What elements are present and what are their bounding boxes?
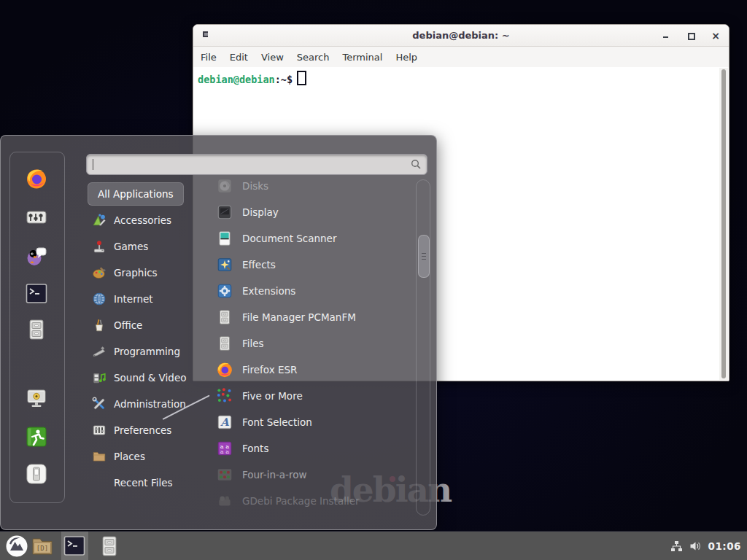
menu-item-label: GDebi Package Installer <box>242 495 360 507</box>
graphics-icon <box>92 265 107 280</box>
file-manager-sidebar-icon[interactable] <box>25 318 48 341</box>
menu-item-four-in-a-row[interactable]: Four-in-a-row <box>192 462 412 488</box>
scrollbar-grip-icon <box>422 253 426 260</box>
system-tray: 01:06 <box>670 532 741 560</box>
svg-text:a a: a a <box>220 448 229 455</box>
fonts-icon: a aa a <box>216 440 233 457</box>
applications-menu-button[interactable] <box>5 534 28 558</box>
taskbar: [D] <box>0 531 747 560</box>
category-label: Recent Files <box>114 477 173 489</box>
terminal-scrollbar-thumb[interactable] <box>721 69 726 378</box>
category-label: Accessories <box>114 214 171 226</box>
document-scanner-icon <box>216 230 233 247</box>
menu-item-fonts[interactable]: a aa a Fonts <box>192 435 412 462</box>
terminal-titlebar[interactable]: debian@debian: ~ × <box>193 25 729 47</box>
svg-text:A: A <box>220 416 229 428</box>
category-label: Graphics <box>114 267 158 279</box>
menu-help[interactable]: Help <box>389 52 424 63</box>
menu-view[interactable]: View <box>255 52 290 63</box>
programming-icon <box>92 344 107 359</box>
menu-edit[interactable]: Edit <box>223 52 255 63</box>
sound-video-icon <box>92 370 107 385</box>
prompt-symbol: :~$ <box>275 74 293 85</box>
menu-item-gdebi-package-installer[interactable]: GDebi Package Installer <box>192 488 412 514</box>
display-icon <box>216 203 233 221</box>
file-cabinet-icon <box>216 335 233 352</box>
menu-search[interactable]: Search <box>290 52 336 63</box>
menu-scrollbar-thumb[interactable] <box>418 235 430 278</box>
screen: debian debian@debian: ~ × File Edit View… <box>0 0 747 560</box>
menu-item-display[interactable]: Display <box>192 199 412 225</box>
menu-item-font-selection[interactable]: A Font Selection <box>192 409 412 435</box>
menu-item-firefox-esr[interactable]: Firefox ESR <box>192 357 412 383</box>
terminal-launcher-icon[interactable] <box>25 282 48 306</box>
category-label: Games <box>114 241 148 252</box>
four-in-a-row-icon <box>216 466 233 483</box>
menu-item-label: Display <box>242 206 279 218</box>
selected-category-pill: All Applications <box>88 182 184 206</box>
application-list: Disks Display Document Scanner Effects E… <box>192 173 412 514</box>
svg-text:[D]: [D] <box>36 545 48 552</box>
gdebi-icon <box>216 492 233 510</box>
menu-scrollbar[interactable] <box>416 179 430 516</box>
close-button[interactable]: × <box>711 31 720 40</box>
volume-icon[interactable] <box>689 540 702 552</box>
menu-item-label: Font Selection <box>242 416 312 428</box>
terminal-cursor <box>297 71 306 85</box>
category-label: Internet <box>114 293 153 305</box>
settings-sliders-icon[interactable] <box>25 206 48 229</box>
menu-item-document-scanner[interactable]: Document Scanner <box>192 225 412 252</box>
category-label: Office <box>114 319 142 331</box>
shutdown-icon[interactable] <box>25 462 48 486</box>
category-label: Places <box>114 451 145 462</box>
network-icon[interactable] <box>670 540 683 552</box>
minimize-button[interactable] <box>662 31 670 40</box>
menu-item-five-or-more[interactable]: Five or More <box>192 383 412 409</box>
category-label: Programming <box>114 346 180 357</box>
search-icon <box>410 158 422 171</box>
menu-item-extensions[interactable]: Extensions <box>192 278 412 304</box>
menu-item-label: Extensions <box>242 285 295 297</box>
taskbar-clock[interactable]: 01:06 <box>708 540 741 552</box>
menu-item-label: Firefox ESR <box>242 364 297 376</box>
menu-file[interactable]: File <box>194 52 223 63</box>
taskbar-file-manager-folder[interactable]: [D] <box>31 534 54 558</box>
terminal-menubar: File Edit View Search Terminal Help <box>193 47 729 68</box>
pidgin-messenger-icon[interactable] <box>25 244 48 267</box>
taskbar-files-button[interactable] <box>98 534 121 558</box>
menu-search <box>86 154 427 175</box>
maximize-button[interactable] <box>686 31 695 40</box>
menu-item-label: Files <box>242 338 264 349</box>
menu-item-label: Document Scanner <box>242 233 336 244</box>
search-input[interactable] <box>86 154 427 175</box>
firefox-launcher-icon[interactable] <box>25 167 48 190</box>
logout-icon[interactable] <box>25 425 48 448</box>
lock-screen-icon[interactable] <box>25 387 48 411</box>
menu-item-files[interactable]: Files <box>192 330 412 357</box>
administration-icon <box>92 397 107 411</box>
menu-item-label: File Manager PCManFM <box>242 311 356 323</box>
recent-files-spacer <box>92 475 107 490</box>
five-or-more-icon <box>216 387 233 405</box>
menu-item-file-manager-pcmanfm[interactable]: File Manager PCManFM <box>192 304 412 330</box>
menu-terminal[interactable]: Terminal <box>336 52 389 63</box>
application-menu: All Applications Accessories Games Graph… <box>0 135 437 530</box>
disks-icon <box>216 177 233 195</box>
places-folder-icon <box>92 449 107 464</box>
terminal-window-title: debian@debian: ~ <box>193 25 729 46</box>
category-label: Administration <box>114 398 186 410</box>
prompt-user-host: debian@debian <box>198 74 275 85</box>
terminal-scrollbar[interactable] <box>719 68 728 380</box>
menu-item-label: Effects <box>242 259 276 271</box>
menu-item-disks[interactable]: Disks <box>192 173 412 199</box>
menu-item-effects[interactable]: Effects <box>192 252 412 278</box>
effects-icon <box>216 256 233 273</box>
accessories-icon <box>92 213 107 228</box>
taskbar-terminal-button[interactable] <box>63 534 86 558</box>
menu-item-label: Fonts <box>242 443 268 454</box>
office-icon <box>92 318 107 332</box>
menu-item-label: Five or More <box>242 390 303 402</box>
shell-prompt: debian@debian:~$ <box>198 71 306 85</box>
internet-icon <box>92 292 107 306</box>
games-icon <box>92 239 107 254</box>
